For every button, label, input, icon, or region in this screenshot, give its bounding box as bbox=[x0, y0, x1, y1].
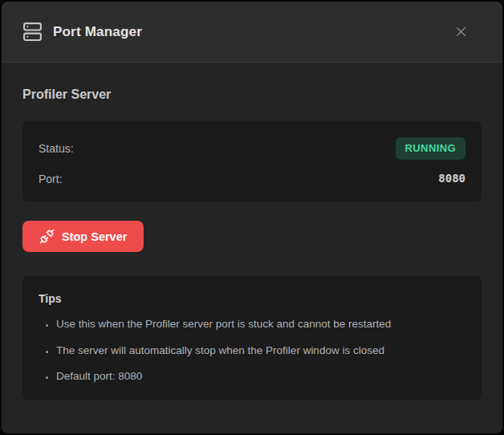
tips-list: Use this when the Profiler server port i… bbox=[39, 316, 465, 384]
window-inner: Port Manager Profiler Server Status: RUN… bbox=[2, 2, 502, 433]
tips-heading: Tips bbox=[39, 292, 465, 305]
status-badge: RUNNING bbox=[396, 137, 465, 160]
stop-server-button[interactable]: Stop Server bbox=[22, 221, 144, 252]
status-label: Status: bbox=[39, 142, 74, 155]
port-row: Port: 8080 bbox=[39, 172, 465, 185]
close-button[interactable] bbox=[449, 21, 472, 43]
status-panel: Status: RUNNING Port: 8080 bbox=[22, 121, 482, 201]
tips-list-item: Use this when the Profiler server port i… bbox=[56, 316, 465, 332]
stop-server-button-label: Stop Server bbox=[62, 230, 127, 243]
status-row: Status: RUNNING bbox=[39, 137, 465, 160]
port-manager-window: Port Manager Profiler Server Status: RUN… bbox=[0, 0, 504, 435]
port-value: 8080 bbox=[438, 172, 465, 185]
dialog-body: Profiler Server Status: RUNNING Port: 80… bbox=[2, 63, 502, 433]
tips-list-item: The server will automatically stop when … bbox=[56, 343, 465, 359]
port-label: Port: bbox=[39, 173, 63, 185]
window-title: Port Manager bbox=[53, 24, 142, 40]
section-heading: Profiler Server bbox=[22, 87, 482, 102]
unplug-icon bbox=[39, 229, 55, 244]
tips-panel: Tips Use this when the Profiler server p… bbox=[22, 276, 482, 400]
titlebar: Port Manager bbox=[2, 2, 502, 63]
tips-list-item: Default port: 8080 bbox=[56, 368, 465, 384]
close-icon bbox=[454, 25, 468, 39]
server-icon bbox=[22, 22, 43, 42]
